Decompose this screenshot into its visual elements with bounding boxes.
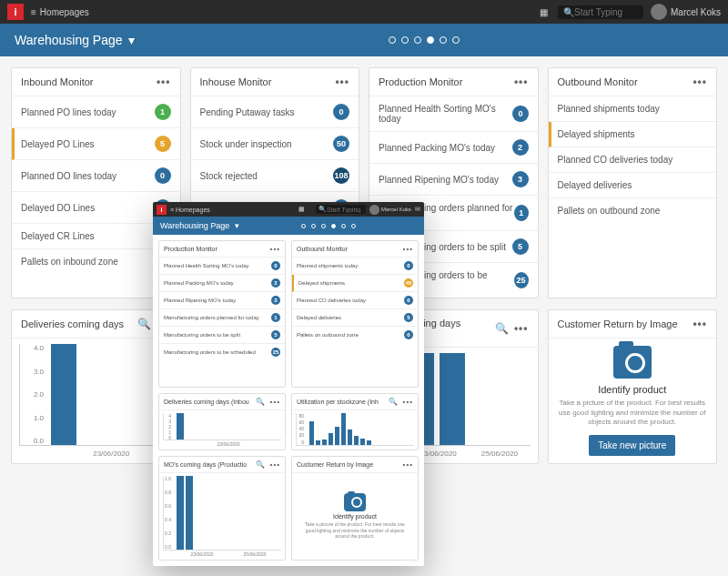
camera-desc: Take a picture of the product. For best … bbox=[556, 399, 710, 427]
bar-chart: 806040200 bbox=[296, 413, 414, 446]
more-icon[interactable]: ••• bbox=[514, 76, 529, 88]
overlay-mo-chart: MO's coming days (Productio🔍••• 1.00.80.… bbox=[158, 456, 286, 561]
outbound-card: Outbound Monitor••• Planned shipments to… bbox=[548, 67, 718, 298]
list-item[interactable]: Planned shipments today0 bbox=[292, 258, 418, 275]
camera-heading: Identify product bbox=[333, 513, 377, 520]
more-icon[interactable]: ••• bbox=[335, 76, 349, 88]
menu-icon[interactable]: ≡ bbox=[170, 207, 174, 213]
list-item[interactable]: Planned Packing MO's today2 bbox=[159, 275, 285, 292]
breadcrumb[interactable]: ≡ Homepages bbox=[31, 7, 89, 17]
camera-icon bbox=[613, 346, 652, 379]
card-title: Deliveries coming days bbox=[21, 318, 124, 329]
bar-chart: 1.00.80.60.40.20.0 bbox=[163, 476, 281, 551]
page-header: Warehousing Page ▾ bbox=[0, 24, 728, 56]
camera-desc: Take a picture of the product. For best … bbox=[299, 521, 410, 540]
overlay-production: Production Monitor••• Planned Health Sor… bbox=[158, 240, 286, 388]
search-box[interactable]: 🔍 bbox=[558, 5, 643, 19]
page-title[interactable]: Warehousing Page ▾ bbox=[160, 221, 239, 230]
card-title: Customer Return by Image bbox=[558, 318, 678, 329]
list-item[interactable]: Delayed deliveries bbox=[549, 173, 717, 198]
list-item[interactable]: Planned DO lines today0 bbox=[12, 160, 180, 192]
camera-icon bbox=[344, 493, 366, 511]
topbar: i ≡ Homepages ▦ 🔍 Marcel Koks bbox=[0, 0, 728, 24]
search-icon[interactable]: 🔍 bbox=[137, 318, 151, 330]
breadcrumb[interactable]: Homepages bbox=[176, 207, 210, 213]
search-icon: 🔍 bbox=[318, 206, 327, 213]
customer-return-card: Customer Return by Image••• Identify pro… bbox=[548, 309, 718, 464]
card-title: Outbound Monitor bbox=[297, 246, 348, 252]
list-item[interactable]: Pallets on outbound zone bbox=[549, 198, 717, 223]
search-box[interactable]: 🔍 bbox=[316, 205, 366, 214]
list-item[interactable]: Pending Putaway tasks0 bbox=[191, 96, 359, 128]
list-item[interactable]: Planned shipments today bbox=[549, 96, 717, 122]
search-icon[interactable]: 🔍 bbox=[256, 460, 265, 469]
more-icon[interactable]: ••• bbox=[403, 398, 413, 406]
list-item[interactable]: Delayed deliveries5 bbox=[292, 309, 418, 327]
avatar[interactable] bbox=[651, 4, 667, 20]
more-icon[interactable]: ••• bbox=[403, 460, 413, 469]
card-title: Inbound Monitor bbox=[21, 76, 94, 87]
more-icon[interactable]: ••• bbox=[693, 76, 707, 88]
list-item[interactable]: Planned Health Sorting MO's today0 bbox=[159, 258, 285, 275]
card-title: Outbound Monitor bbox=[558, 76, 638, 87]
search-icon: 🔍 bbox=[563, 7, 574, 17]
user-name[interactable]: Marcel Koks bbox=[381, 207, 411, 212]
more-icon[interactable]: ••• bbox=[270, 460, 280, 469]
avatar[interactable] bbox=[369, 205, 379, 215]
card-title: Production Monitor bbox=[164, 246, 217, 252]
overlay-topbar: i ≡ Homepages ▦ 🔍 Marcel Koks ✉ bbox=[153, 202, 424, 217]
overlay-header: Warehousing Page ▾ bbox=[153, 217, 424, 235]
take-picture-button[interactable]: Take new picture bbox=[589, 435, 675, 456]
camera-heading: Identify product bbox=[598, 384, 666, 395]
more-icon[interactable]: ••• bbox=[693, 318, 707, 330]
more-icon[interactable]: ••• bbox=[403, 245, 413, 253]
menu-icon[interactable]: ≡ bbox=[31, 7, 36, 17]
list-item[interactable]: Manufacturing orders planned for today1 bbox=[159, 309, 285, 327]
card-title: Production Monitor bbox=[379, 76, 462, 87]
list-item[interactable]: Delayed shipments bbox=[549, 122, 717, 147]
list-item[interactable]: Stock under inspection50 bbox=[191, 128, 359, 160]
list-item[interactable]: Delayed PO Lines5 bbox=[12, 128, 180, 160]
list-item[interactable]: Manufacturing orders to be scheduled25 bbox=[159, 344, 285, 360]
list-item[interactable]: Planned Ripening MO's today3 bbox=[159, 292, 285, 309]
more-icon[interactable]: ••• bbox=[270, 245, 280, 253]
pager[interactable] bbox=[239, 224, 417, 228]
alert-icon[interactable]: ✉ bbox=[415, 206, 420, 213]
overlay-utilization-chart: Utilization per stockzone (Inh🔍••• 80604… bbox=[291, 393, 419, 450]
list-item[interactable]: Manufacturing orders to be split5 bbox=[159, 327, 285, 344]
card-title: Inhouse Monitor bbox=[200, 76, 272, 87]
search-icon[interactable]: 🔍 bbox=[256, 398, 265, 406]
more-icon[interactable]: ••• bbox=[157, 76, 171, 88]
overlay-deliveries-chart: Deliveries coming days (Inbou🔍••• 43210 … bbox=[158, 393, 286, 450]
more-icon[interactable]: ••• bbox=[514, 322, 529, 335]
card-title: Deliveries coming days (Inbou bbox=[164, 399, 249, 405]
list-item[interactable]: Planned Health Sorting MO's today0 bbox=[369, 96, 538, 132]
list-item[interactable]: Pallets on outbound zone0 bbox=[292, 327, 418, 343]
list-item[interactable]: Planned CO deliveries today bbox=[549, 147, 717, 173]
search-input[interactable] bbox=[574, 7, 638, 17]
grid-icon[interactable]: ▦ bbox=[536, 4, 552, 20]
card-title: Customer Return by Image bbox=[297, 461, 373, 468]
chevron-down-icon: ▾ bbox=[128, 33, 135, 47]
search-icon[interactable]: 🔍 bbox=[389, 398, 398, 406]
user-name[interactable]: Marcel Koks bbox=[671, 7, 721, 17]
list-item[interactable]: Planned CO deliveries today0 bbox=[292, 292, 418, 309]
overlay-window: i ≡ Homepages ▦ 🔍 Marcel Koks ✉ Warehous… bbox=[153, 202, 424, 566]
bar-chart: 43210 bbox=[163, 413, 281, 440]
list-item[interactable]: Planned Packing MO's today2 bbox=[369, 132, 538, 164]
page-title[interactable]: Warehousing Page ▾ bbox=[15, 33, 135, 47]
pager[interactable] bbox=[135, 36, 713, 44]
list-item[interactable]: Planned Ripening MO's today3 bbox=[369, 164, 538, 196]
card-title: Utilization per stockzone (Inh bbox=[297, 399, 379, 405]
app-logo: i bbox=[157, 205, 167, 215]
list-item[interactable]: Delayed shipments45 bbox=[292, 275, 418, 292]
search-icon[interactable]: 🔍 bbox=[495, 322, 509, 335]
app-logo: i bbox=[7, 4, 24, 20]
more-icon[interactable]: ••• bbox=[270, 398, 280, 406]
card-title: MO's coming days (Productio bbox=[164, 461, 247, 468]
search-input[interactable] bbox=[327, 207, 363, 213]
list-item[interactable]: Stock rejected108 bbox=[191, 160, 359, 192]
grid-icon[interactable]: ▦ bbox=[294, 202, 310, 217]
overlay-camera: Customer Return by Image••• Identify pro… bbox=[291, 456, 419, 561]
list-item[interactable]: Planned PO lines today1 bbox=[12, 96, 180, 128]
